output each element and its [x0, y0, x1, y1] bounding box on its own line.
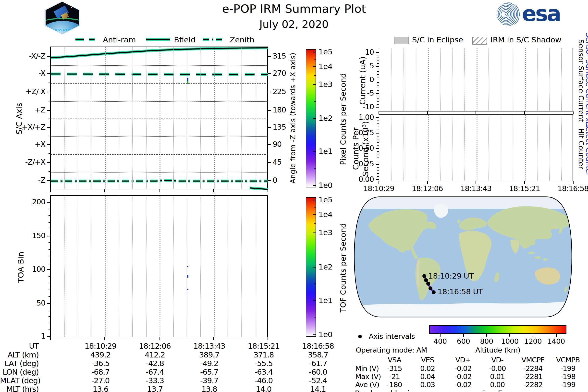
- y-minor-tick: [48, 296, 50, 297]
- sc-axis-tick-label: +Z/-X: [7, 87, 45, 96]
- x-tick: [524, 181, 525, 184]
- minor-gridline: [64, 196, 65, 337]
- ephemeris-row-label: LAT (deg): [0, 359, 39, 368]
- colorbar-tick-label: 1e3: [318, 228, 332, 237]
- y-tick: [376, 66, 379, 67]
- y-tick: [47, 162, 50, 163]
- major-gridline: [160, 196, 160, 337]
- angle-tick: [268, 127, 271, 128]
- x-tick: [268, 190, 268, 192]
- minor-gridline: [173, 196, 174, 337]
- y-minor-tick: [377, 154, 379, 155]
- major-gridline: [214, 196, 215, 337]
- operating-mode: Operating mode: AM: [356, 346, 427, 354]
- y-minor-tick: [377, 82, 379, 83]
- angle-tick: [268, 56, 271, 57]
- current-plot: [379, 48, 573, 112]
- angle-tick-label: 315: [273, 52, 302, 60]
- y-minor-tick: [377, 167, 379, 168]
- ut-value: 18:10:29: [74, 342, 128, 350]
- colorbar-minor-tick: [314, 168, 316, 168]
- ephemeris-value: -46.0: [237, 376, 290, 385]
- toa-tick-label: 50: [7, 299, 45, 307]
- angle-tick-label: 225: [273, 87, 302, 96]
- x-tick: [427, 181, 428, 184]
- colorbar-minor-tick: [314, 224, 316, 224]
- counts-tick-label: 0.50: [336, 144, 374, 152]
- colorbar-tick-label: 1e2: [318, 114, 332, 122]
- minor-gridline: [452, 48, 452, 111]
- voltage-value: -199: [546, 364, 588, 373]
- y-tick: [47, 144, 50, 145]
- colorbar-tick-label: 1e0: [318, 330, 332, 339]
- major-gridline: [214, 47, 215, 189]
- page-title: e-POP IRM Summary Plot: [172, 2, 416, 16]
- y-tick: [47, 180, 50, 181]
- y-tick: [376, 117, 379, 118]
- minor-gridline: [549, 48, 550, 111]
- y-minor-tick: [377, 173, 379, 174]
- colorbar-tick-label: 1e5: [318, 195, 332, 204]
- y-minor-tick: [377, 170, 379, 170]
- y-minor-tick: [377, 55, 379, 55]
- minor-gridline: [146, 196, 146, 337]
- y-tick: [47, 110, 50, 111]
- y-minor-tick: [48, 256, 50, 256]
- minor-gridline: [392, 115, 392, 180]
- major-gridline: [476, 48, 478, 111]
- altitude-tick-label: 1400: [542, 337, 571, 346]
- minor-gridline: [92, 196, 92, 337]
- minor-gridline: [255, 47, 255, 189]
- x-tick: [50, 337, 51, 340]
- y-minor-tick: [48, 118, 50, 119]
- solid-line-sample: [146, 37, 170, 42]
- x-tick: [476, 181, 476, 184]
- minor-gridline: [78, 47, 78, 189]
- colorbar-minor-tick: [314, 207, 316, 208]
- major-gridline: [476, 115, 478, 180]
- y-minor-tick: [377, 98, 379, 99]
- x-tick: [213, 190, 214, 192]
- colorbar-minor-tick: [314, 318, 316, 318]
- y-minor-tick: [48, 323, 50, 324]
- major-gridline: [160, 47, 160, 189]
- angle-tick: [268, 144, 271, 145]
- current-tick-label: -5: [336, 89, 374, 97]
- minor-gridline: [241, 47, 242, 189]
- ephemeris-value: -49.2: [182, 359, 236, 368]
- colorbar-tick: [313, 151, 316, 152]
- axis-intervals-dot-icon: [358, 335, 362, 338]
- sc-axis-tick-label: -Z: [7, 176, 45, 184]
- x-tick: [378, 112, 379, 114]
- x-tick: [524, 112, 525, 114]
- ephemeris-value: 371.8: [237, 350, 290, 359]
- y-minor-tick: [48, 215, 50, 216]
- minor-gridline: [488, 48, 489, 111]
- altitude-tick: [486, 334, 487, 337]
- right-time-tick-label: 18:15:21: [498, 184, 552, 193]
- ephemeris-value: -68.7: [74, 368, 128, 376]
- ephemeris-value: -65.7: [182, 368, 236, 376]
- y-minor-tick: [377, 136, 379, 136]
- colorbar-tick: [313, 200, 316, 200]
- minor-gridline: [488, 115, 489, 180]
- minor-gridline: [561, 48, 562, 111]
- current-tick-label: 5: [336, 62, 374, 70]
- minor-gridline: [513, 48, 513, 111]
- y-minor-tick: [377, 158, 379, 158]
- uk: [458, 219, 460, 224]
- minor-gridline: [255, 196, 255, 337]
- x-tick: [104, 190, 105, 192]
- ut-value: 18:12:06: [128, 342, 182, 350]
- minor-gridline: [404, 48, 404, 111]
- ephemeris-value: -36.5: [74, 359, 128, 368]
- colorbar-tick-label: 1e3: [318, 80, 332, 89]
- y-tick: [47, 303, 50, 304]
- minor-gridline: [537, 48, 538, 111]
- y-minor-tick: [48, 136, 50, 136]
- y-minor-tick: [377, 71, 379, 72]
- sc-axis-plot: [50, 46, 268, 190]
- colorbar-tick: [313, 52, 316, 52]
- y-tick: [47, 56, 50, 57]
- y-minor-tick: [377, 152, 379, 152]
